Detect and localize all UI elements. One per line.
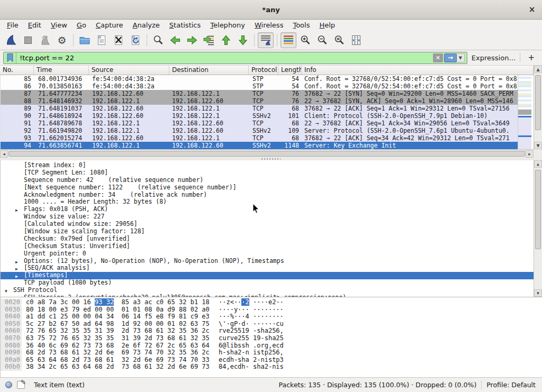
- scroll-thumb[interactable]: [535, 75, 541, 130]
- go-first-packet-button[interactable]: [218, 32, 234, 48]
- menu-analyze[interactable]: Analyze: [128, 21, 165, 30]
- expander-closed-icon[interactable]: ▶: [15, 295, 18, 297]
- splitter-handle-icon[interactable]: [261, 158, 281, 160]
- detail-line-17[interactable]: ▼SSH Protocol: [1, 287, 534, 294]
- add-filter-button[interactable]: +: [525, 53, 538, 62]
- packet-row-92[interactable]: 9271.661949820192.168.122.1192.168.122.6…: [1, 127, 518, 134]
- expander-open-icon[interactable]: ▼: [5, 288, 7, 294]
- stop-capture-button[interactable]: [20, 32, 36, 48]
- expression-button[interactable]: Expression…: [472, 54, 516, 62]
- col-header-time[interactable]: Time: [34, 66, 89, 75]
- hex-row-00a0[interactable]: 00a065 63 64 68 2d 73 68 61 32 2d 6e 69 …: [1, 357, 542, 364]
- menu-statistics[interactable]: Statistics: [165, 21, 205, 30]
- resize-columns-button[interactable]: [348, 32, 364, 48]
- menu-capture[interactable]: Capture: [91, 21, 128, 30]
- expander-closed-icon[interactable]: ▶: [15, 266, 18, 272]
- scroll-right-icon[interactable]: ▸: [526, 150, 534, 158]
- filter-dropdown-caret-icon[interactable]: ▼: [457, 53, 465, 62]
- scroll-up-icon[interactable]: ▲: [534, 66, 542, 73]
- detail-line-15[interactable]: ▶[Timestamps]: [1, 272, 534, 279]
- close-icon[interactable]: ×: [527, 5, 537, 14]
- hex-row-0090[interactable]: 009068 2d 73 68 61 32 2d 6e 69 73 74 70 …: [1, 349, 542, 357]
- detail-line-8[interactable]: [Calculated window size: 29056]: [1, 221, 534, 228]
- packet-row-91[interactable]: 9171.648789678192.168.122.1192.168.122.6…: [1, 120, 518, 127]
- hex-row-0030[interactable]: 003080 18 00 e3 79 ed 00 00 01 01 08 0a …: [1, 306, 542, 314]
- start-capture-button[interactable]: [3, 32, 19, 48]
- menu-edit[interactable]: Edit: [23, 21, 46, 30]
- detail-line-6[interactable]: ▶Flags: 0x018 (PSH, ACK): [1, 206, 534, 213]
- detail-line-11[interactable]: [Checksum Status: Unverified]: [1, 243, 534, 250]
- detail-line-18[interactable]: ▶SSH Version 2 (encryption:chacha20-poly…: [1, 294, 534, 297]
- scroll-up-icon[interactable]: ▲: [534, 160, 542, 168]
- hex-row-0080[interactable]: 008036 40 6c 69 62 73 73 68 2e 6f 72 67 …: [1, 342, 542, 350]
- detail-line-3[interactable]: [Next sequence number: 1122 (relative se…: [1, 184, 534, 192]
- scroll-down-icon[interactable]: ▼: [534, 289, 542, 297]
- hex-row-0050[interactable]: 00505c 27 b2 67 50 ad 64 98 1d 92 00 00 …: [1, 321, 542, 328]
- packet-row-87[interactable]: 8771.647777234192.168.122.60192.168.122.…: [1, 90, 518, 97]
- go-back-button[interactable]: [167, 32, 183, 48]
- col-header-info[interactable]: Info: [302, 66, 534, 75]
- expander-closed-icon[interactable]: ▶: [15, 273, 18, 279]
- find-packet-button[interactable]: [150, 32, 166, 48]
- col-header-length[interactable]: Length: [278, 66, 302, 75]
- packet-row-85[interactable]: 8568.001734936fe:54:00:d4:38:2aSTP54Conf…: [1, 75, 518, 83]
- zoom-original-button[interactable]: [331, 32, 347, 48]
- go-forward-button[interactable]: [184, 32, 200, 48]
- expander-closed-icon[interactable]: ▶: [15, 259, 18, 265]
- col-header-no[interactable]: No.: [0, 66, 34, 75]
- packet-list-minimap[interactable]: [518, 75, 531, 149]
- display-filter-input[interactable]: [16, 52, 433, 63]
- scroll-thumb[interactable]: [8, 151, 525, 157]
- hex-row-0040[interactable]: 0040a1 dd c1 25 00 00 04 34 06 14 f5 e8 …: [1, 313, 542, 321]
- hex-row-0060[interactable]: 006072 76 65 32 35 35 31 39 2d 73 68 61 …: [1, 327, 542, 335]
- packet-list-vscrollbar[interactable]: ▲ ▼: [534, 66, 542, 149]
- detail-line-9[interactable]: [Window size scaling factor: 128]: [1, 228, 534, 235]
- detail-line-0[interactable]: [Stream index: 0]: [1, 162, 534, 169]
- menu-wireless[interactable]: Wireless: [250, 21, 288, 30]
- menu-view[interactable]: View: [46, 21, 72, 30]
- menu-telephony[interactable]: Telephony: [205, 21, 250, 30]
- detail-line-2[interactable]: Sequence number: 42 (relative sequence n…: [1, 177, 534, 184]
- go-to-packet-button[interactable]: [201, 32, 217, 48]
- menu-help[interactable]: Help: [314, 21, 340, 30]
- detail-line-16[interactable]: TCP payload (1080 bytes): [1, 279, 534, 287]
- restart-capture-button[interactable]: [37, 32, 53, 48]
- detail-line-10[interactable]: Checksum: 0x79ed [unverified]: [1, 235, 534, 243]
- expander-closed-icon[interactable]: ▶: [15, 207, 18, 213]
- filter-bookmark-button[interactable]: [4, 52, 16, 63]
- zoom-in-button[interactable]: [297, 32, 313, 48]
- menu-tools[interactable]: Tools: [288, 21, 314, 30]
- zoom-out-button[interactable]: [314, 32, 330, 48]
- detail-line-12[interactable]: Urgent pointer: 0: [1, 250, 534, 258]
- menu-go[interactable]: Go: [72, 21, 91, 30]
- scroll-thumb[interactable]: [535, 170, 541, 249]
- packet-row-90[interactable]: 9071.648618924192.168.122.60192.168.122.…: [1, 112, 518, 120]
- go-last-packet-button[interactable]: [235, 32, 251, 48]
- detail-line-14[interactable]: ▶[SEQ/ACK analysis]: [1, 265, 534, 272]
- hex-row-0070[interactable]: 007063 75 72 76 65 32 35 35 31 39 2d 73 …: [1, 335, 542, 342]
- col-header-destination[interactable]: Destination: [169, 66, 249, 75]
- packet-row-86[interactable]: 8670.013850163fe:54:00:d4:38:2aSTP54Conf…: [1, 83, 518, 90]
- scroll-down-icon[interactable]: ▼: [534, 142, 542, 149]
- hex-row-00b0[interactable]: 00b038 34 2c 65 63 64 68 2d 73 68 61 32 …: [1, 363, 542, 371]
- save-capture-file-button[interactable]: [94, 32, 110, 48]
- packet-row-93[interactable]: 9371.662015274192.168.122.60192.168.122.…: [1, 134, 518, 142]
- filter-apply-icon[interactable]: →: [444, 53, 457, 62]
- detail-line-13[interactable]: ▶Options: (12 bytes), No-Operation (NOP)…: [1, 258, 534, 265]
- packet-list-hscrollbar[interactable]: ◂ ▸: [0, 149, 534, 158]
- profile-label[interactable]: Profile: Default: [486, 381, 536, 389]
- scroll-left-icon[interactable]: ◂: [0, 150, 8, 158]
- detail-vscrollbar[interactable]: ▲▼: [534, 160, 542, 297]
- open-capture-file-button[interactable]: [77, 32, 93, 48]
- packet-row-88[interactable]: 8871.648146932192.168.122.1192.168.122.6…: [1, 97, 518, 105]
- detail-line-1[interactable]: [TCP Segment Len: 1080]: [1, 169, 534, 177]
- reload-capture-file-button[interactable]: [128, 32, 143, 48]
- detail-line-4[interactable]: Acknowledgment number: 34 (relative ack …: [1, 192, 534, 199]
- col-header-protocol[interactable]: Protocol: [249, 66, 278, 75]
- col-header-source[interactable]: Source: [89, 66, 169, 75]
- filter-clear-icon[interactable]: ✕: [433, 53, 443, 62]
- close-capture-file-button[interactable]: [111, 32, 127, 48]
- detail-line-7[interactable]: Window size value: 227: [1, 213, 534, 221]
- detail-line-5[interactable]: 1000 .... = Header Length: 32 bytes (8): [1, 198, 534, 206]
- hex-row-0020[interactable]: 0020c0 a8 7a 3c 00 16 93 32 85 a3 ac c0 …: [1, 299, 542, 306]
